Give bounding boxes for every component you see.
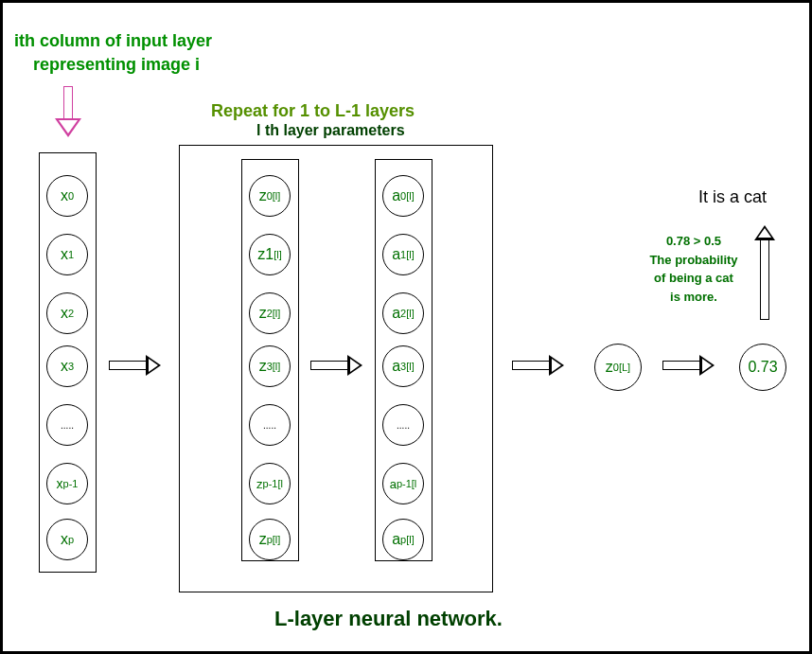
pink-down-arrow-icon (59, 86, 78, 143)
a-node-dots: ..... (382, 404, 424, 446)
prob-line3: of being a cat (654, 271, 733, 285)
layer-params-label: l th layer parameters (256, 122, 405, 139)
input-node-dots: ..... (46, 404, 88, 446)
arrow-input-to-hidden (109, 358, 161, 373)
z-node-1: z1[l] (249, 234, 291, 275)
diagram-canvas: ith column of input layer representing i… (0, 0, 812, 654)
z-node-dots: ..... (249, 404, 291, 446)
bottom-title: L-layer neural network. (274, 607, 503, 631)
a-node-1: a1[l] (382, 234, 424, 275)
a-node-p-1: ap-1[l (382, 463, 424, 504)
input-node-x2: x2 (46, 292, 88, 334)
final-z-node: z0[L] (594, 344, 642, 391)
input-node-x1: x1 (46, 234, 88, 275)
input-node-x3: x3 (46, 345, 88, 387)
output-value: 0.73 (748, 359, 777, 376)
a-node-p: ap[l] (382, 519, 424, 560)
prob-line2: The probability (649, 253, 737, 267)
z-node-p: zp[l] (249, 519, 291, 560)
z-node-3: z3[l] (249, 345, 291, 387)
arrow-hidden-to-final (512, 358, 564, 373)
arrow-z-to-a (310, 358, 362, 373)
z-node-2: z2[l] (249, 292, 291, 334)
arrow-final-to-output (662, 358, 715, 373)
output-node: 0.73 (739, 344, 786, 391)
repeat-label: Repeat for 1 to L-1 layers (211, 101, 415, 121)
prob-line1: 0.78 > 0.5 (666, 234, 721, 248)
input-node-xp-1: xp-1 (46, 463, 88, 504)
prob-line4: is more. (670, 290, 717, 304)
a-node-3: a3[l] (382, 345, 424, 387)
z-node-p-1: zp-1[l (249, 463, 291, 504)
probability-text: 0.78 > 0.5 The probability of being a ca… (637, 232, 750, 306)
cat-label: It is a cat (698, 187, 767, 207)
a-node-0: a0[l] (382, 175, 424, 217)
z-node-0: z0[l] (249, 175, 291, 217)
input-col-label-1: ith column of input layer (14, 31, 212, 51)
input-node-x0: x0 (46, 175, 88, 217)
a-node-2: a2[l] (382, 292, 424, 334)
arrow-output-to-label (757, 225, 772, 320)
input-col-label-2: representing image i (33, 55, 200, 75)
input-node-xp: xp (46, 519, 88, 560)
